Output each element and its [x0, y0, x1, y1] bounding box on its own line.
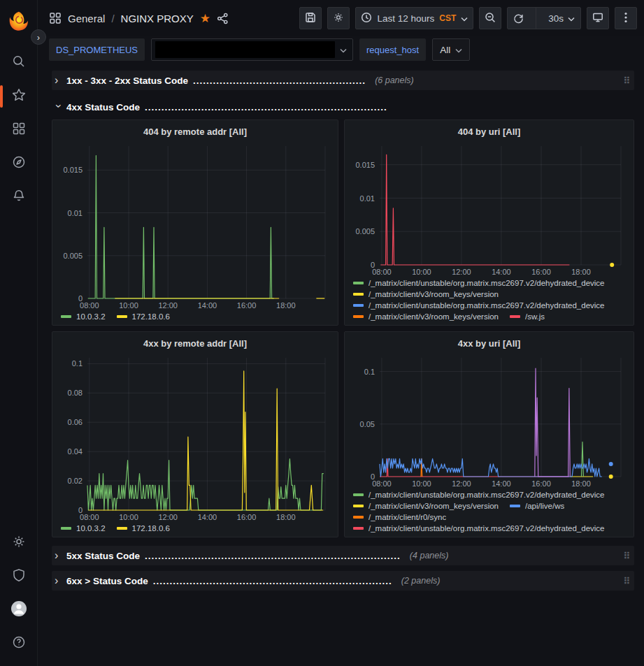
- compass-icon: [12, 155, 26, 172]
- svg-text:10:00: 10:00: [412, 268, 431, 276]
- legend-item[interactable]: /api/live/ws: [510, 502, 564, 510]
- breadcrumb-dashboard-title[interactable]: NGINX PROXY: [121, 13, 194, 24]
- grafana-app: › General / NGINX PROXY ★: [0, 0, 644, 666]
- zoom-out-button[interactable]: [479, 7, 501, 29]
- variable-label-ds-prometheus[interactable]: DS_PROMETHEUS: [49, 38, 145, 61]
- svg-text:12:00: 12:00: [158, 301, 178, 310]
- panel-legend: /_matrix/client/unstable/org.matrix.msc2…: [350, 277, 628, 321]
- row-title-dots: ........................................…: [193, 75, 366, 86]
- legend-item[interactable]: /_matrix/client/unstable/org.matrix.msc2…: [353, 524, 605, 533]
- svg-text:10:00: 10:00: [119, 301, 138, 310]
- apps-grid-icon[interactable]: [49, 12, 62, 24]
- refresh-icon[interactable]: [508, 13, 529, 24]
- row-header-6xx[interactable]: › 6xx > Status Code ....................…: [52, 571, 634, 591]
- navbar: General / NGINX PROXY ★ Last 12 hours: [38, 0, 644, 36]
- legend-item[interactable]: 10.0.3.2: [61, 312, 106, 321]
- legend-item[interactable]: /_matrix/client/unstable/org.matrix.msc2…: [353, 279, 605, 287]
- legend-series-swatch: [353, 516, 364, 519]
- legend-item[interactable]: 172.18.0.6: [117, 524, 170, 533]
- sidebar: [0, 0, 38, 666]
- legend-series-swatch: [61, 527, 71, 530]
- timeseries-plot[interactable]: 00.050.108:0010:0012:0014:0016:0018:00: [350, 352, 628, 489]
- legend-series-swatch: [353, 315, 364, 318]
- legend-series-label: /_matrix/client/r0/sync: [368, 513, 446, 521]
- chevron-down-icon: [335, 43, 347, 56]
- svg-text:0.005: 0.005: [63, 252, 83, 260]
- panel-4xx-by-uri: 4xx by uri [All] 00.050.108:0010:0012:00…: [344, 331, 634, 537]
- time-range-picker[interactable]: Last 12 hours CST: [355, 7, 473, 29]
- kebab-icon: [624, 12, 627, 25]
- timeseries-plot[interactable]: 00.020.040.060.080.108:0010:0012:0014:00…: [58, 352, 332, 523]
- timeseries-plot[interactable]: 00.0050.010.01508:0010:0012:0014:0016:00…: [58, 140, 332, 311]
- chevron-right-icon: ›: [55, 74, 62, 87]
- redacted-datasource-value: [155, 41, 335, 58]
- datasource-dropdown[interactable]: [151, 38, 353, 61]
- sidebar-item-dashboards[interactable]: [3, 115, 34, 145]
- legend-series-swatch: [353, 304, 364, 307]
- sidebar-item-explore[interactable]: [3, 148, 34, 179]
- row-drag-handle[interactable]: ⠿: [622, 75, 631, 86]
- svg-text:08:00: 08:00: [80, 301, 99, 310]
- sidebar-item-starred[interactable]: [3, 81, 34, 112]
- svg-text:0.015: 0.015: [63, 166, 83, 174]
- row-header-4xx[interactable]: › 4xx Status Code ......................…: [52, 97, 634, 117]
- main-area: General / NGINX PROXY ★ Last 12 hours: [38, 0, 644, 666]
- row-header-5xx[interactable]: › 5xx Status Code ......................…: [52, 546, 634, 565]
- dashboard-settings-button[interactable]: [327, 7, 350, 29]
- legend-item[interactable]: /_matrix/client/v3/room_keys/version: [353, 502, 499, 510]
- sidebar-item-server-admin[interactable]: [3, 561, 34, 592]
- row-drag-handle[interactable]: ⠿: [622, 551, 631, 561]
- grafana-logo[interactable]: [7, 10, 31, 34]
- row-drag-handle[interactable]: ⠿: [622, 576, 631, 586]
- legend-item[interactable]: /_matrix/client/v3/room_keys/version: [353, 290, 499, 298]
- tv-mode-button[interactable]: [587, 7, 609, 29]
- legend-item[interactable]: /_matrix/client/v3/room_keys/version: [353, 312, 499, 321]
- legend-item[interactable]: /_matrix/client/unstable/org.matrix.msc2…: [353, 301, 605, 310]
- refresh-picker[interactable]: 30s: [507, 7, 581, 29]
- row-title-dots: ........................................…: [145, 551, 401, 561]
- legend-item[interactable]: 172.18.0.6: [117, 312, 170, 321]
- favorite-star-icon[interactable]: ★: [200, 13, 210, 24]
- svg-text:0.04: 0.04: [68, 447, 83, 456]
- sidebar-item-alerting[interactable]: [3, 182, 34, 212]
- panel-title[interactable]: 4xx by remote addr [All]: [58, 335, 332, 352]
- row-panel-count: (4 panels): [410, 551, 449, 560]
- panel-legend: /_matrix/client/unstable/org.matrix.msc2…: [350, 489, 628, 533]
- request-host-dropdown[interactable]: All: [432, 38, 470, 61]
- legend-item[interactable]: /_matrix/client/unstable/org.matrix.msc2…: [353, 491, 605, 499]
- svg-text:0.015: 0.015: [355, 161, 375, 169]
- svg-text:18:00: 18:00: [276, 301, 296, 310]
- panel-404-by-remote-addr: 404 by remote addr [All] 00.0050.010.015…: [52, 120, 338, 326]
- legend-series-swatch: [353, 505, 364, 507]
- legend-item[interactable]: /sw.js: [510, 312, 545, 321]
- search-icon: [12, 55, 26, 71]
- user-avatar[interactable]: [3, 595, 34, 625]
- panel-title[interactable]: 404 by uri [All]: [350, 124, 628, 140]
- svg-text:16:00: 16:00: [531, 268, 551, 276]
- panel-title[interactable]: 4xx by uri [All]: [350, 335, 628, 352]
- legend-item[interactable]: /_matrix/client/r0/sync: [353, 513, 446, 521]
- refresh-interval-dropdown[interactable]: 30s: [543, 13, 580, 24]
- row-title: 1xx - 3xx - 2xx Status Code: [66, 75, 188, 86]
- timeseries-plot[interactable]: 00.0050.010.01508:0010:0012:0014:0016:00…: [350, 140, 628, 277]
- share-icon[interactable]: [217, 13, 229, 24]
- sidebar-item-help[interactable]: [3, 628, 34, 659]
- svg-text:16:00: 16:00: [531, 479, 551, 488]
- legend-series-label: 10.0.3.2: [76, 524, 106, 533]
- panel-legend: 10.0.3.2172.18.0.6: [58, 523, 332, 533]
- legend-item[interactable]: 10.0.3.2: [61, 524, 106, 533]
- search-button[interactable]: [3, 48, 34, 78]
- sidebar-expand-button[interactable]: ›: [31, 29, 46, 45]
- svg-text:0.08: 0.08: [68, 389, 83, 397]
- legend-series-label: 172.18.0.6: [132, 524, 170, 533]
- row-header-1xx-3xx-2xx[interactable]: › 1xx - 3xx - 2xx Status Code ..........…: [52, 71, 634, 90]
- legend-series-label: /_matrix/client/v3/room_keys/version: [368, 312, 499, 321]
- save-dashboard-button[interactable]: [299, 7, 322, 29]
- sidebar-item-configuration[interactable]: [3, 528, 34, 558]
- panel-title[interactable]: 404 by remote addr [All]: [58, 124, 332, 140]
- breadcrumb-folder[interactable]: General: [68, 13, 105, 24]
- chart-svg: 00.0050.010.01508:0010:0012:0014:0016:00…: [58, 140, 332, 311]
- kebab-menu-button[interactable]: [615, 7, 637, 29]
- variable-label-request-host[interactable]: request_host: [359, 38, 426, 61]
- dashboard-scroll-area: › 1xx - 3xx - 2xx Status Code ..........…: [38, 63, 644, 666]
